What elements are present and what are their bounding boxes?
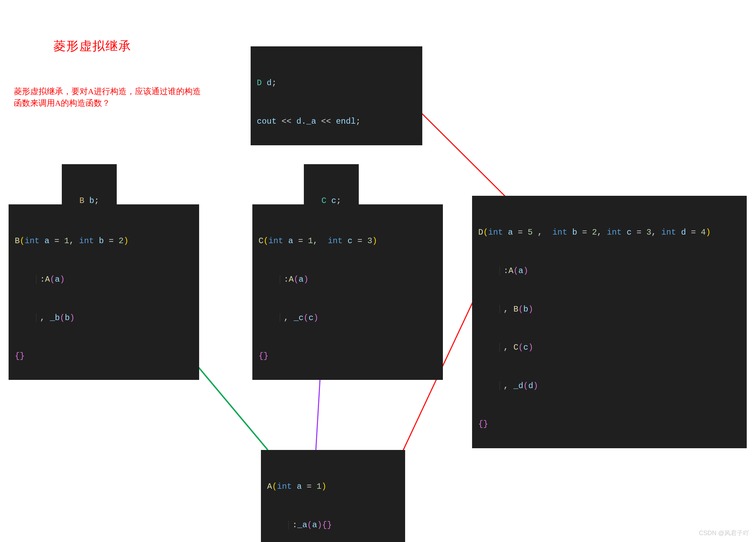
code-A-class: A(int a = 1) :_a(a){} int _a;: [261, 450, 405, 542]
indent-guide: [288, 521, 289, 529]
indent-guide: [280, 314, 280, 322]
indent-guide: [500, 382, 500, 390]
line-cout: cout << d._a << endl;: [257, 115, 416, 128]
indent-guide: [500, 343, 500, 352]
indent-guide: [500, 305, 500, 313]
question-line1: 菱形虚拟继承，要对A进行构造，应该通过谁的构造: [14, 87, 201, 96]
line-D-initA: :A(a): [478, 264, 741, 277]
line-C-sig: C(int a = 1, int c = 3): [259, 235, 437, 247]
line-D-sig: D(int a = 5 , int b = 2, int c = 3, int …: [478, 226, 741, 239]
line-B-initb: , _b(b): [15, 312, 193, 324]
indent-guide: [36, 275, 37, 284]
code-C-ctor: C(int a = 1, int c = 3) :A(a) , _c(c) {}: [252, 204, 443, 380]
line-B-sig: B(int a = 1, int b = 2): [15, 235, 193, 247]
line-Dd: D d;: [257, 77, 416, 89]
line-D-initd: , _d(d): [478, 380, 741, 392]
line-C-body: {}: [259, 350, 437, 362]
line-C-initA: :A(a): [259, 273, 437, 286]
line-A-init: :_a(a){}: [267, 519, 399, 531]
code-D-ctor: D(int a = 5 , int b = 2, int c = 3, int …: [472, 196, 747, 448]
line-B-initA: :A(a): [15, 273, 193, 286]
indent-guide: [36, 314, 37, 322]
line-A-ctor: A(int a = 1): [267, 480, 399, 493]
watermark: CSDN @风君子吖: [699, 529, 749, 537]
line-C-initc: , _c(c): [259, 312, 437, 324]
code-B-ctor: B(int a = 1, int b = 2) :A(a) , _b(b) {}: [9, 204, 199, 380]
indent-guide: [280, 275, 280, 284]
diagram-question: 菱形虚拟继承，要对A进行构造，应该通过谁的构造 函数来调用A的构造函数？: [14, 86, 201, 109]
line-D-body: {}: [478, 418, 741, 430]
line-D-initB: , B(b): [478, 303, 741, 316]
diagram-title: 菱形虚拟继承: [53, 38, 131, 55]
line-B-body: {}: [15, 350, 193, 362]
line-D-initC: , C(c): [478, 341, 741, 354]
question-line2: 函数来调用A的构造函数？: [14, 99, 110, 108]
code-d-usage: D d; cout << d._a << endl;: [251, 46, 422, 145]
indent-guide: [500, 267, 500, 275]
